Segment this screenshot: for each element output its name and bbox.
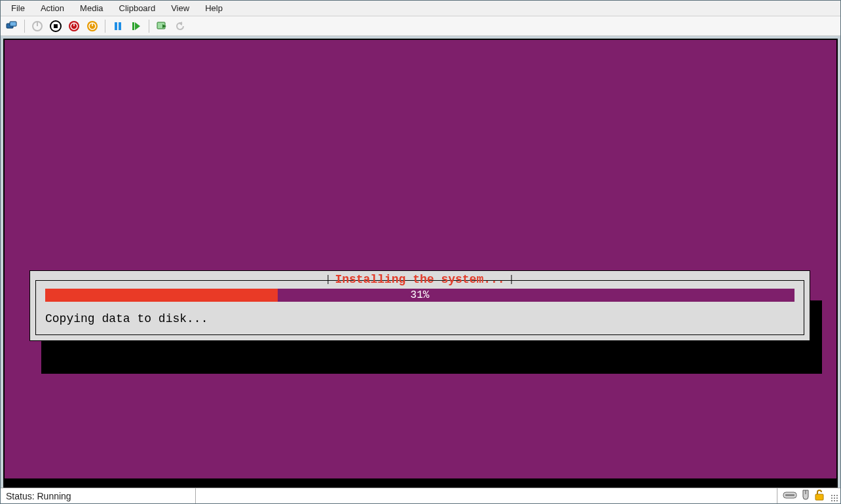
connect-icon[interactable] (5, 19, 19, 33)
progress-wrap: 31% Copying data to disk... (45, 289, 794, 325)
pause-icon[interactable] (111, 19, 125, 33)
title-tick-right (512, 275, 512, 284)
revert-icon[interactable] (173, 19, 187, 33)
svg-rect-5 (54, 24, 58, 28)
toolbar-separator (105, 20, 105, 33)
toolbar-separator (149, 20, 149, 33)
menu-clipboard[interactable]: Clipboard (113, 2, 162, 14)
resize-grip[interactable] (831, 495, 838, 501)
svg-rect-13 (119, 22, 121, 30)
status-bar: Status: Running (1, 488, 840, 503)
svg-rect-1 (10, 22, 16, 26)
keyboard-icon (783, 490, 797, 501)
status-value: Running (37, 491, 71, 501)
progress-percent-label: 31% (45, 289, 794, 302)
lock-open-icon (814, 489, 825, 503)
vm-bottom-border (5, 478, 836, 486)
toolbar-separator (24, 20, 25, 33)
menu-bar: File Action Media Clipboard View Help (1, 1, 840, 16)
vm-display[interactable]: Installing the system... 31% Copying dat… (3, 39, 838, 488)
progress-bar: 31% (45, 289, 794, 302)
svg-rect-12 (115, 22, 117, 30)
svg-rect-22 (815, 494, 823, 500)
progress-message: Copying data to disk... (45, 312, 794, 325)
turn-off-icon[interactable] (48, 19, 63, 33)
svg-marker-15 (135, 22, 140, 30)
installer-dialog: Installing the system... 31% Copying dat… (29, 270, 810, 341)
toolbar (1, 16, 840, 36)
menu-help[interactable]: Help (198, 2, 229, 14)
mouse-icon (801, 489, 810, 503)
menu-view[interactable]: View (164, 2, 196, 14)
status-icons (777, 488, 830, 503)
svg-marker-18 (179, 22, 182, 26)
start-icon[interactable] (129, 19, 143, 33)
installer-title-wrap: Installing the system... (322, 273, 517, 286)
status-label: Status: (6, 491, 35, 501)
svg-rect-20 (785, 494, 794, 496)
ctrl-alt-del-icon[interactable] (30, 19, 45, 33)
installer-inner: Installing the system... 31% Copying dat… (35, 280, 804, 335)
svg-rect-14 (132, 22, 134, 30)
title-tick-left (327, 275, 328, 284)
installer-title: Installing the system... (335, 273, 504, 286)
status-cell-spacer (196, 488, 777, 503)
status-cell-main: Status: Running (1, 488, 196, 503)
save-state-icon[interactable] (85, 19, 100, 33)
menu-media[interactable]: Media (73, 2, 109, 14)
shutdown-icon[interactable] (67, 19, 81, 33)
menu-action[interactable]: Action (34, 2, 71, 14)
menu-file[interactable]: File (5, 2, 31, 14)
checkpoint-icon[interactable] (155, 19, 169, 33)
